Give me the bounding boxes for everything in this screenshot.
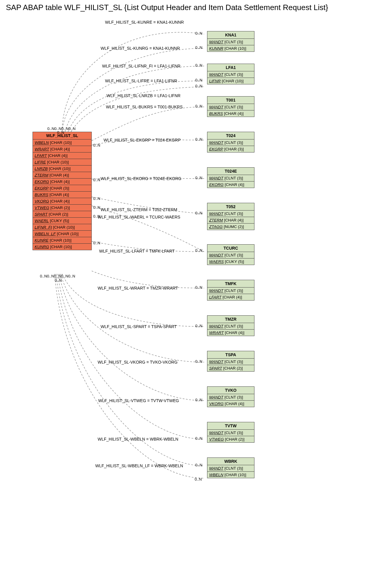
entity-header: LFA1 [207, 64, 254, 71]
relation-label: WLF_HILIST_SL-EKORG = T024E-EKORG [101, 176, 181, 181]
entity-header: T024 [207, 132, 254, 139]
relation-label: WLF_HILIST_SL-BUKRS = T001-BUKRS [106, 105, 183, 109]
entity-header: TMFK [207, 280, 254, 288]
entity-header: TVTW [207, 422, 254, 430]
entity-field: MANDT [CLNT (3)] [207, 39, 254, 45]
entity-field: WRART [CHAR (4)] [207, 330, 254, 336]
entity-header: T001 [207, 97, 254, 104]
entity-t052: T052MANDT [CLNT (3)]ZTERM [CHAR (4)]ZTAG… [207, 203, 254, 230]
entity-field: MANDT [CLNT (3)] [207, 394, 254, 401]
entity-field: MANDT [CLNT (3)] [207, 139, 254, 146]
entity-field: MANDT [CLNT (3)] [207, 104, 254, 110]
entity-field: WAERL [CUKY (5)] [33, 218, 91, 224]
cardinality-label: 0..N [195, 248, 202, 253]
entity-field: WBELN [CHAR (10)] [33, 139, 91, 146]
cardinality-label: 0..N [195, 137, 202, 142]
entity-field: KUNRE [CHAR (10)] [33, 237, 91, 244]
cardinality-label: 0..N [195, 78, 202, 82]
entity-main: WLF_HILIST_SL WBELN [CHAR (10)]WRART [CH… [33, 132, 92, 250]
relation-label: WLF_HILIST_SL-LFART = TMFK-LFART [99, 249, 175, 253]
entity-field: SPART [CHAR (2)] [33, 211, 91, 218]
entity-field: BUKRS [CHAR (4)] [33, 192, 91, 198]
entity-field: MANDT [CLNT (3)] [207, 323, 254, 330]
entity-field: LFART [CHAR (4)] [207, 294, 254, 300]
entity-tspa: TSPAMANDT [CLNT (3)]SPART [CHAR (2)] [207, 351, 254, 372]
entity-wbrk: WBRKMANDT [CLNT (3)]WBELN [CHAR (10)] [207, 457, 254, 478]
entity-header: TVKO [207, 387, 254, 394]
entity-field: MANDT [CLNT (3)] [207, 252, 254, 258]
entity-field: WRART [CHAR (4)] [33, 146, 91, 152]
cardinality-label: 0..N [93, 196, 100, 201]
page-title: SAP ABAP table WLF_HILIST_SL {List Outpu… [3, 3, 389, 12]
entity-field: KUNNR [CHAR (10)] [207, 45, 254, 52]
cardinality-label: 0..N [195, 104, 202, 108]
relation-label: WLF_HILIST_SL-WRART = TMZR-WRART [98, 286, 178, 290]
entity-t001: T001MANDT [CLNT (3)]BUKRS [CHAR (4)] [207, 96, 254, 117]
cardinality-label: 0..N [195, 63, 202, 68]
cardinality-label: 0..N [195, 84, 202, 88]
cardinality-label: 0..N [195, 398, 202, 402]
entity-header: KNA1 [207, 31, 254, 39]
entity-field: MANDT [CLNT (3)] [207, 430, 254, 436]
cardinality-label: 0..N [93, 178, 100, 182]
entity-header: TMZR [207, 316, 254, 323]
entity-header: TCURC [207, 245, 254, 252]
entity-field: SPART [CHAR (2)] [207, 365, 254, 371]
entity-field: ZTERM [CHAR (4)] [207, 217, 254, 224]
cardinality-label: 0..N [195, 285, 202, 290]
cardinality-label: 0..N [195, 436, 202, 441]
cardinality-label: 0..N0..N0..N0..N0..N [40, 274, 75, 278]
relation-label: WLF_HILIST_SL-SPART = TSPA-SPART [101, 324, 177, 329]
cardinality-label: 0..N [195, 463, 202, 467]
entity-field: ZTERM [CHAR (4)] [33, 172, 91, 179]
entity-field: WAERS [CUKY (5)] [207, 258, 254, 265]
relation-label: WLF_HILIST_SL-VKORG = TVKO-VKORG [98, 360, 178, 365]
entity-field: VTWEG [CHAR (2)] [207, 436, 254, 442]
relation-label: WLF_HILIST_SL-ZTERM = T052-ZTERM [101, 207, 177, 212]
cardinality-label: 0..N [93, 205, 100, 210]
cardinality-label: 0..N [93, 241, 100, 245]
cardinality-label: 0..N [195, 324, 202, 328]
entity-field: EKORG [CHAR (4)] [33, 179, 91, 185]
entity-field: LFART [CHAR (4)] [33, 152, 91, 159]
entity-field: KUNRG [CHAR (10)] [33, 244, 91, 250]
entity-field: MANDT [CLNT (3)] [207, 211, 254, 217]
entity-header: TSPA [207, 351, 254, 359]
entity-field: MANDT [CLNT (3)] [207, 465, 254, 472]
entity-header: T024E [207, 168, 254, 175]
entity-field: MANDT [CLNT (3)] [207, 71, 254, 78]
entity-tcurc: TCURCMANDT [CLNT (3)]WAERS [CUKY (5)] [207, 244, 254, 265]
relation-label: WLF_HILIST_SL-LIFRE = LFA1-LIFNR [105, 78, 177, 83]
entity-tmfk: TMFKMANDT [CLNT (3)]LFART [CHAR (4)] [207, 280, 254, 301]
entity-lfa1: LFA1MANDT [CLNT (3)]LIFNR [CHAR (10)] [207, 64, 254, 84]
er-diagram: WLF_HILIST_SL WBELN [CHAR (10)]WRART [CH… [3, 13, 389, 558]
cardinality-label: 0..N [195, 45, 202, 50]
relation-label: WLF_HILIST_SL-KUNRG = KNA1-KUNNR [101, 46, 180, 51]
entity-field: ZTAGG [NUMC (2)] [207, 224, 254, 230]
entity-field: VKORG [CHAR (4)] [207, 401, 254, 407]
cardinality-label: 0..N [195, 477, 202, 481]
entity-field: EKGRP [CHAR (3)] [207, 146, 254, 152]
relation-label: WLF_HILIST_SL-LNRZB = LFA1-LIFNR [107, 93, 180, 98]
cardinality-label: 0..N [93, 143, 100, 147]
relation-label: WLF_HILIST_SL-EKGRP = T024-EKGRP [104, 138, 181, 142]
entity-field: MANDT [CLNT (3)] [207, 175, 254, 182]
relation-label: WLF_HILIST_SL-VTWEG = TVTW-VTWEG [98, 398, 179, 403]
cardinality-label: 0..N [195, 31, 202, 36]
entity-field: VTWEG [CHAR (2)] [33, 205, 91, 211]
entity-kna1: KNA1MANDT [CLNT (3)]KUNNR [CHAR (10)] [207, 31, 254, 52]
entity-field: LIFNR [CHAR (10)] [207, 78, 254, 84]
cardinality-label: 0..N [55, 278, 62, 282]
entity-field: EKGRP [CHAR (3)] [33, 185, 91, 192]
cardinality-label: 0..N [57, 130, 64, 135]
entity-tvtw: TVTWMANDT [CLNT (3)]VTWEG [CHAR (2)] [207, 422, 254, 443]
entity-t024: T024MANDT [CLNT (3)]EKGRP [CHAR (3)] [207, 132, 254, 152]
entity-field: MANDT [CLNT (3)] [207, 359, 254, 365]
entity-field: LIFRE [CHAR (10)] [33, 159, 91, 166]
entity-field: MANDT [CLNT (3)] [207, 288, 254, 294]
entity-field: LNRZB [CHAR (10)] [33, 166, 91, 172]
entity-field: LIFNR_FI [CHAR (10)] [33, 224, 91, 231]
relation-label: WLF_HILIST_SL-KUNRE = KNA1-KUNNR [105, 20, 184, 25]
relation-label: WLF_HILIST_SL-WAERL = TCURC-WAERS [98, 215, 180, 219]
cardinality-label: 0..N [195, 176, 202, 180]
